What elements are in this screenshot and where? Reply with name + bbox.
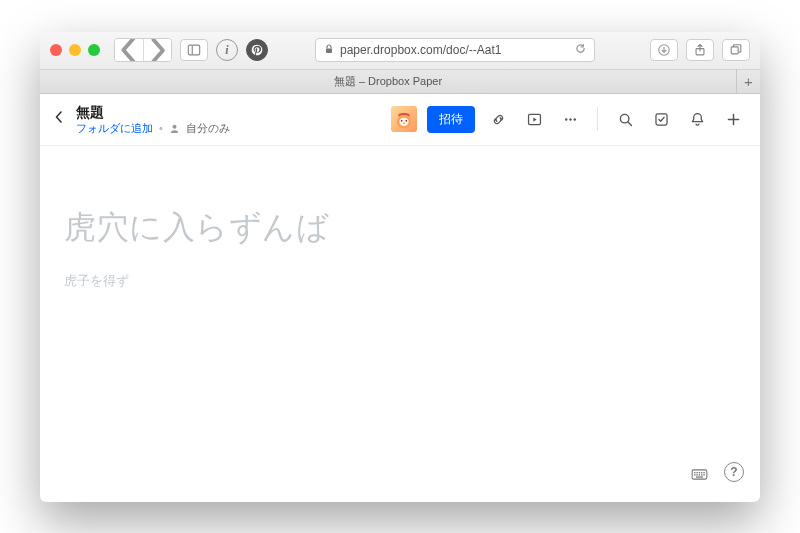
tab-title[interactable]: 無題 – Dropbox Paper [40, 74, 736, 89]
window-controls [50, 44, 100, 56]
title-placeholder[interactable]: 虎穴に入らずんば [64, 206, 736, 250]
sidebar-toggle-button[interactable] [180, 39, 208, 61]
svg-rect-31 [703, 474, 704, 475]
close-window-button[interactable] [50, 44, 62, 56]
body-placeholder[interactable]: 虎子を得ず [64, 272, 736, 290]
pinterest-icon[interactable] [246, 39, 268, 61]
divider [597, 107, 598, 131]
document-body[interactable]: 虎穴に入らずんば 虎子を得ず ? [40, 146, 760, 502]
svg-point-9 [401, 120, 403, 122]
new-tab-button[interactable]: + [736, 69, 760, 93]
svg-point-11 [403, 122, 405, 123]
document-title: 無題 [76, 103, 230, 121]
create-button[interactable] [720, 106, 746, 132]
person-icon [169, 123, 180, 134]
document-meta: フォルダに追加 • 自分のみ [76, 121, 230, 135]
maximize-window-button[interactable] [88, 44, 100, 56]
notifications-icon[interactable] [684, 106, 710, 132]
help-icon[interactable]: ? [724, 462, 744, 482]
tabs-button[interactable] [722, 39, 750, 61]
downloads-button[interactable] [650, 39, 678, 61]
svg-rect-32 [696, 476, 703, 477]
forward-button[interactable] [143, 39, 171, 61]
minimize-window-button[interactable] [69, 44, 81, 56]
url-text: paper.dropbox.com/doc/--Aat1 [340, 43, 501, 57]
more-icon[interactable] [557, 106, 583, 132]
svg-rect-27 [694, 474, 695, 475]
svg-rect-29 [698, 474, 699, 475]
svg-rect-22 [694, 472, 695, 473]
avatar[interactable] [391, 106, 417, 132]
share-button[interactable] [686, 39, 714, 61]
svg-rect-30 [701, 474, 702, 475]
lock-icon [324, 44, 334, 56]
app-back-button[interactable] [54, 109, 64, 129]
bottom-tools: ? [686, 462, 744, 488]
svg-point-8 [399, 118, 408, 126]
svg-point-15 [573, 118, 575, 120]
svg-point-14 [569, 118, 571, 120]
svg-rect-0 [188, 45, 199, 55]
app-header: 無題 フォルダに追加 • 自分のみ 招待 [40, 94, 760, 146]
browser-toolbar: i paper.dropbox.com/doc/--Aat1 [40, 32, 760, 70]
svg-line-17 [628, 122, 631, 125]
privacy-report-icon[interactable]: i [216, 39, 238, 61]
svg-rect-2 [326, 49, 332, 54]
svg-rect-24 [698, 472, 699, 473]
nav-buttons [114, 38, 172, 62]
link-icon[interactable] [485, 106, 511, 132]
meta-separator: • [159, 121, 163, 135]
back-button[interactable] [115, 39, 143, 61]
add-to-folder-link[interactable]: フォルダに追加 [76, 121, 153, 135]
svg-point-13 [565, 118, 567, 120]
address-bar[interactable]: paper.dropbox.com/doc/--Aat1 [315, 38, 595, 62]
svg-rect-25 [701, 472, 702, 473]
tab-bar: 無題 – Dropbox Paper + [40, 70, 760, 94]
svg-rect-5 [731, 47, 738, 54]
svg-rect-26 [703, 472, 704, 473]
tasks-icon[interactable] [648, 106, 674, 132]
svg-point-6 [172, 124, 176, 128]
browser-right-tools [650, 39, 750, 61]
reload-button[interactable] [575, 43, 586, 57]
sharing-label: 自分のみ [186, 121, 230, 135]
search-icon[interactable] [612, 106, 638, 132]
browser-window: i paper.dropbox.com/doc/--Aat1 [40, 32, 760, 502]
keyboard-icon[interactable] [686, 462, 712, 488]
svg-rect-28 [696, 474, 697, 475]
svg-point-10 [405, 120, 407, 122]
invite-button[interactable]: 招待 [427, 106, 475, 133]
title-block: 無題 フォルダに追加 • 自分のみ [76, 103, 230, 135]
svg-rect-23 [696, 472, 697, 473]
present-icon[interactable] [521, 106, 547, 132]
